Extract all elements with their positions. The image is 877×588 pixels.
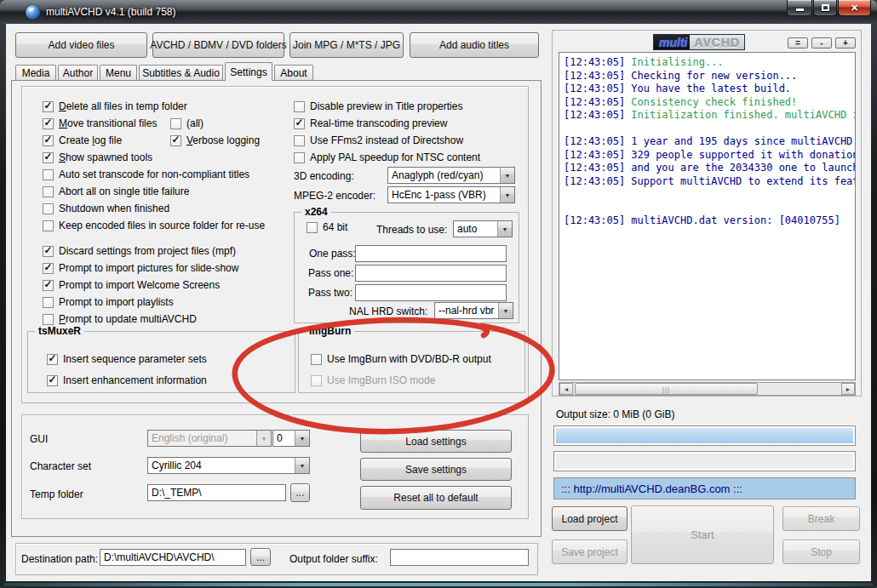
checkbox-auto-set-transcode[interactable]: ✓ Auto set transcode for non-compliant t… bbox=[43, 168, 249, 181]
avchd-bdmv-dvd-folders-button[interactable]: AVCHD / BDMV / DVD folders bbox=[152, 32, 284, 58]
3d-encoding-select[interactable]: Anaglyph (red/cyan) ▼ bbox=[387, 167, 515, 184]
checkbox[interactable]: ✓ bbox=[43, 246, 54, 257]
checkbox-verbose-logging[interactable]: ✓ Verbose logging bbox=[170, 134, 260, 147]
checkbox[interactable]: ✓ bbox=[294, 118, 305, 129]
checkbox[interactable]: ✓ bbox=[43, 314, 54, 325]
checkbox[interactable]: ✓ bbox=[47, 375, 58, 386]
checkbox-realtime-preview[interactable]: ✓ Real-time transcoding preview bbox=[294, 117, 447, 130]
checkbox-keep-encoded-files[interactable]: ✓ Keep encoded files in source folder fo… bbox=[43, 219, 265, 232]
chevron-down-icon[interactable]: ▼ bbox=[295, 458, 309, 473]
mpeg2-encoder-select[interactable]: HcEnc 1-pass (VBR) ▼ bbox=[387, 186, 515, 203]
checkbox-shutdown-when-finished[interactable]: ✓ Shutdown when finished bbox=[43, 202, 169, 215]
checkbox-label: Create log file bbox=[59, 134, 122, 146]
reset-defaults-button[interactable]: Reset all to default bbox=[360, 486, 512, 510]
join-mpg-mts-jpg-button[interactable]: Join MPG / M*TS / JPG bbox=[289, 32, 404, 58]
checkbox[interactable]: ✓ bbox=[43, 152, 54, 163]
log-font-equal-button[interactable]: = bbox=[788, 37, 808, 49]
checkbox[interactable]: ✓ bbox=[43, 169, 54, 180]
tab-about[interactable]: About bbox=[274, 65, 313, 80]
add-video-files-button[interactable]: Add video files bbox=[15, 32, 147, 58]
checkbox-create-log-file[interactable]: ✓ Create log file bbox=[43, 134, 122, 147]
checkbox[interactable]: ✓ bbox=[43, 220, 54, 231]
minimize-button[interactable] bbox=[787, 0, 812, 16]
checkbox-move-transitional-files[interactable]: ✓ Move transitional files bbox=[43, 117, 157, 130]
add-audio-titles-button[interactable]: Add audio titles bbox=[410, 32, 539, 58]
checkbox-show-spawned-tools[interactable]: ✓ Show spawned tools bbox=[43, 151, 152, 164]
checkbox[interactable]: ✓ bbox=[43, 101, 54, 112]
checkbox-insert-sequence-parameter-sets[interactable]: ✓ Insert sequence parameter sets bbox=[47, 352, 207, 366]
checkbox-pal-speedup[interactable]: ✓ Apply PAL speedup for NTSC content bbox=[294, 151, 480, 164]
tab-author[interactable]: Author bbox=[58, 65, 98, 80]
output-folder-suffix-input[interactable] bbox=[390, 549, 529, 566]
checkbox[interactable]: ✓ bbox=[43, 297, 54, 308]
load-project-button[interactable]: Load project bbox=[552, 506, 628, 531]
checkbox-move-all[interactable]: ✓ (all) bbox=[170, 117, 203, 130]
checkbox[interactable]: ✓ bbox=[43, 280, 54, 291]
tab-subtitles-audio[interactable]: Subtitles & Audio bbox=[139, 65, 223, 80]
checkbox-use-ffms2[interactable]: ✓ Use FFms2 instead of Directshow bbox=[294, 134, 463, 147]
scroll-left-icon[interactable]: ◄ bbox=[559, 383, 573, 395]
checkbox-disable-preview[interactable]: ✓ Disable preview in Title properties bbox=[294, 100, 462, 113]
chevron-down-icon[interactable]: ▼ bbox=[500, 187, 514, 203]
log-line: [12:43:05]Initialising... bbox=[564, 56, 855, 70]
checkbox[interactable]: ✓ bbox=[43, 203, 54, 214]
pass-one-input[interactable] bbox=[355, 265, 507, 282]
threads-select[interactable]: auto ▼ bbox=[453, 220, 513, 237]
checkbox[interactable]: ✓ bbox=[311, 354, 322, 365]
tab-settings[interactable]: Settings bbox=[225, 62, 272, 81]
title-bar[interactable]: multiAVCHD v4.1 (build 758) bbox=[0, 0, 877, 24]
checkbox-abort-on-failure[interactable]: ✓ Abort all on single title failure bbox=[43, 185, 189, 198]
checkbox-prompt-import-pictures[interactable]: ✓ Prompt to import pictures for slide-sh… bbox=[43, 261, 238, 275]
log-line: [12:43:05]329 people supported it with d… bbox=[564, 149, 855, 163]
load-settings-button[interactable]: Load settings bbox=[360, 430, 512, 453]
checkbox[interactable]: ✓ bbox=[43, 118, 54, 129]
scroll-right-icon[interactable]: ► bbox=[841, 383, 855, 395]
log-output[interactable]: [12:43:05]Initialising... [12:43:05]Chec… bbox=[559, 52, 856, 380]
checkbox-discard-mpf-settings[interactable]: ✓ Discard settings from project files (m… bbox=[43, 244, 236, 258]
checkbox[interactable]: ✓ bbox=[43, 135, 54, 146]
checkbox[interactable]: ✓ bbox=[170, 118, 181, 129]
maximize-button[interactable] bbox=[813, 0, 837, 16]
character-set-select[interactable]: Cyrillic 204 ▼ bbox=[147, 457, 310, 474]
tab-media[interactable]: Media bbox=[15, 65, 56, 80]
log-font-smaller-button[interactable]: - bbox=[811, 37, 832, 49]
scrollbar-thumb[interactable]: ||| bbox=[575, 383, 758, 395]
temp-folder-input[interactable] bbox=[147, 484, 286, 501]
checkbox-prompt-import-playlists[interactable]: ✓ Prompt to import playlists bbox=[43, 295, 174, 309]
checkbox[interactable]: ✓ bbox=[294, 152, 305, 163]
chevron-down-icon[interactable]: ▼ bbox=[500, 168, 514, 183]
temp-folder-browse-button[interactable]: ... bbox=[290, 483, 310, 502]
close-button[interactable]: ✕ bbox=[838, 0, 871, 16]
checkbox[interactable]: ✓ bbox=[294, 135, 305, 146]
log-horizontal-scrollbar[interactable]: ◄ ||| ► bbox=[559, 382, 856, 396]
checkbox-delete-temp-files[interactable]: ✓ Delete all files in temp folder bbox=[43, 100, 187, 113]
chevron-down-icon[interactable]: ▼ bbox=[295, 431, 309, 446]
checkbox-insert-enhancement-information[interactable]: ✓ Insert enhancement information bbox=[47, 374, 207, 387]
check-icon: ✓ bbox=[43, 151, 52, 162]
pass-two-input[interactable] bbox=[355, 284, 507, 301]
checkbox[interactable]: ✓ bbox=[47, 354, 58, 365]
tab-menu[interactable]: Menu bbox=[100, 65, 137, 80]
website-link-banner[interactable]: ::: http://multiAVCHD.deanBG.com ::: bbox=[553, 477, 856, 500]
chevron-down-icon[interactable]: ▼ bbox=[498, 303, 513, 318]
checkbox-prompt-import-welcome-screens[interactable]: ✓ Prompt to import Welcome Screens bbox=[43, 278, 220, 292]
destination-path-input[interactable] bbox=[100, 549, 246, 566]
checkbox[interactable]: ✓ bbox=[43, 186, 54, 197]
checkbox-x264-64bit[interactable]: ✓ 64 bit bbox=[307, 220, 347, 234]
one-pass-input[interactable] bbox=[355, 245, 507, 262]
checkbox-prompt-update-multiavchd[interactable]: ✓ Prompt to update multiAVCHD bbox=[43, 312, 197, 326]
destination-browse-button[interactable]: ... bbox=[250, 548, 271, 566]
nal-hrd-select[interactable]: --nal-hrd vbr ▼ bbox=[434, 302, 513, 319]
log-line: [12:43:05]Consistency check finished! bbox=[564, 96, 855, 110]
close-icon: ✕ bbox=[851, 3, 858, 13]
checkbox[interactable]: ✓ bbox=[170, 135, 181, 146]
scrollbar-track[interactable]: ||| bbox=[573, 383, 841, 395]
checkbox-use-imgburn-output[interactable]: ✓ Use ImgBurn with DVD/BD-R output bbox=[311, 352, 491, 366]
chevron-down-icon[interactable]: ▼ bbox=[497, 221, 512, 237]
checkbox[interactable]: ✓ bbox=[307, 222, 318, 233]
checkbox[interactable]: ✓ bbox=[43, 263, 54, 274]
checkbox[interactable]: ✓ bbox=[294, 101, 305, 112]
log-font-larger-button[interactable]: + bbox=[835, 37, 856, 49]
gui-number-select[interactable]: 0 ▼ bbox=[272, 430, 310, 447]
save-settings-button[interactable]: Save settings bbox=[360, 458, 512, 481]
